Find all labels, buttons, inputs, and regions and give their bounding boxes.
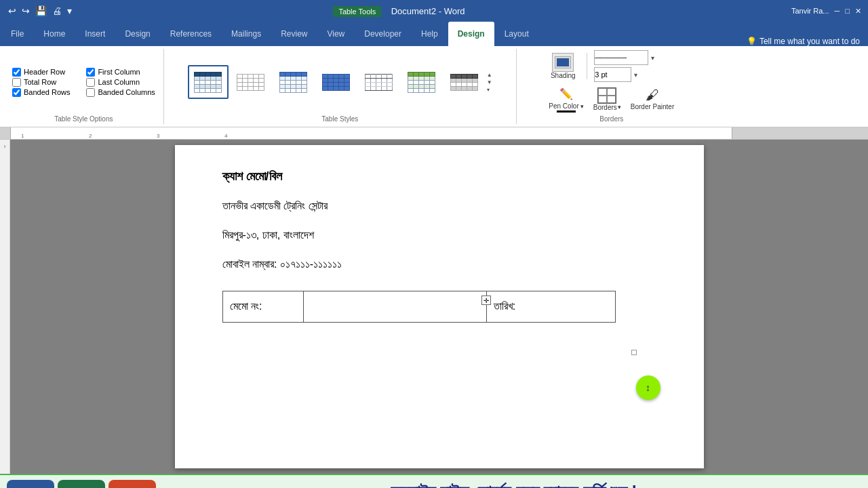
header-row-checkbox[interactable]: [12, 68, 21, 77]
borders-row-1: Shading ────── - - - - - ········· ▾: [546, 50, 654, 82]
style-preview-6: [408, 72, 435, 93]
tell-me-box[interactable]: 💡 Tell me what you want to do: [740, 37, 867, 46]
doc-mobile: মোবাইল নাম্বার: ০১৭১১১-১১১১১১: [222, 255, 656, 274]
borders-group: Shading ────── - - - - - ········· ▾: [517, 49, 707, 124]
sidebar-arrow: ›: [4, 143, 6, 150]
borders-button[interactable]: Borders ▾: [591, 86, 624, 113]
border-pt-row: 3 pt 1 pt 2 pt 4 pt ▾: [594, 67, 654, 82]
user-name: Tanvir Ra...: [791, 7, 829, 15]
table-style-options-group: Header Row First Column Total Row Last C…: [4, 49, 164, 124]
table-style-1[interactable]: [188, 65, 229, 99]
ruler-marker-4: 4: [224, 133, 227, 139]
tab-review[interactable]: Review: [271, 22, 317, 46]
tab-design-doc[interactable]: Design: [115, 22, 159, 46]
ppt-app-icon[interactable]: P: [108, 480, 156, 489]
ruler-right-margin: [732, 127, 868, 139]
shading-icon: [552, 53, 574, 72]
first-column-label[interactable]: First Column: [98, 68, 140, 76]
customize-qat-button[interactable]: ▾: [66, 4, 73, 18]
style-preview-2: [237, 74, 264, 91]
style-options-content: Header Row First Column Total Row Last C…: [9, 50, 158, 114]
tab-insert[interactable]: Insert: [75, 22, 115, 46]
minimize-button[interactable]: ─: [835, 7, 840, 15]
tab-file[interactable]: File: [1, 22, 33, 46]
header-row-label[interactable]: Header Row: [24, 68, 65, 76]
pen-color-bar: [557, 110, 576, 113]
table-cell-memo[interactable]: মেমো নং:: [222, 291, 304, 322]
doc-sidebar: ›: [0, 140, 10, 474]
borders-group-content: Shading ────── - - - - - ········· ▾: [546, 50, 677, 114]
last-column-checkbox[interactable]: [86, 78, 95, 87]
pen-color-dropdown[interactable]: ▾: [580, 103, 584, 110]
scroll-more-icon[interactable]: ▾: [487, 87, 492, 93]
date-label: তারিখ:: [494, 297, 608, 317]
table-styles-label: Table Styles: [321, 115, 358, 123]
tab-help[interactable]: Help: [412, 22, 448, 46]
first-column-checkbox[interactable]: [86, 68, 95, 77]
table-style-6[interactable]: [401, 65, 442, 99]
tab-home[interactable]: Home: [34, 22, 75, 46]
table-move-handle[interactable]: ✛: [481, 296, 491, 305]
banded-rows-checkbox[interactable]: [12, 88, 21, 97]
last-column-label[interactable]: Last Column: [98, 78, 140, 86]
table-style-4[interactable]: [316, 65, 357, 99]
restore-button[interactable]: □: [845, 7, 850, 15]
border-style-row: ────── - - - - - ········· ▾: [594, 50, 654, 65]
document-area: › ক্যাশ মেমো/বিল তানভীর একাডেমী ট্রেনিং …: [0, 140, 868, 474]
banded-columns-label[interactable]: Banded Columns: [98, 88, 155, 96]
border-pt-select[interactable]: 3 pt 1 pt 2 pt 4 pt: [594, 67, 631, 82]
table-style-2[interactable]: [231, 65, 271, 99]
banded-rows-option: Banded Rows: [12, 88, 81, 97]
table-resize-handle[interactable]: [631, 350, 637, 355]
tab-developer[interactable]: Developer: [355, 22, 411, 46]
banded-rows-label[interactable]: Banded Rows: [24, 88, 71, 96]
titlebar-right: Tanvir Ra... ─ □ ✕: [791, 7, 861, 16]
table-cell-date[interactable]: তারিখ:: [486, 291, 615, 322]
save-button[interactable]: 💾: [34, 4, 48, 18]
tab-design-table[interactable]: Design: [448, 22, 494, 46]
ruler-left-margin: [0, 127, 10, 139]
border-style-select[interactable]: ────── - - - - - ·········: [594, 50, 648, 65]
ruler-body: 1 2 3 4: [10, 127, 732, 139]
style-options-grid: Header Row First Column Total Row Last C…: [9, 66, 158, 98]
doc-address: মিরপুর-১৩, ঢাকা, বাংলাদেশ: [222, 226, 656, 245]
shading-label: Shading: [551, 72, 576, 79]
table-cell-empty[interactable]: [304, 291, 486, 322]
close-button[interactable]: ✕: [855, 7, 861, 16]
document-table[interactable]: মেমো নং: তারিখ:: [222, 291, 616, 323]
table-style-5[interactable]: [359, 65, 399, 99]
total-row-label[interactable]: Total Row: [24, 78, 56, 86]
quick-access-toolbar: ↩ ↪ 💾 🖨 ▾: [7, 4, 73, 18]
banded-columns-checkbox[interactable]: [86, 88, 95, 97]
border-controls: ────── - - - - - ········· ▾ 3 pt 1 pt 2…: [594, 50, 654, 82]
scroll-up-icon[interactable]: ▲: [487, 72, 492, 78]
pen-color-button[interactable]: ✏️ Pen Color ▾: [546, 84, 586, 114]
tab-mailings[interactable]: Mailings: [222, 22, 271, 46]
doc-content[interactable]: ক্যাশ মেমো/বিল তানভীর একাডেমী ট্রেনিং সে…: [10, 140, 868, 474]
doc-title: ক্যাশ মেমো/বিল: [222, 165, 656, 187]
tab-references[interactable]: References: [161, 22, 221, 46]
table-style-3[interactable]: [273, 65, 314, 99]
shading-button[interactable]: Shading: [546, 52, 580, 81]
border-painter-button[interactable]: 🖌 Border Painter: [628, 86, 677, 112]
pen-color-icon: ✏️: [557, 85, 576, 102]
redo-button[interactable]: ↪: [20, 4, 31, 18]
pen-color-label: Pen Color: [549, 102, 578, 110]
ruler-marker-3: 3: [157, 133, 159, 139]
tab-view[interactable]: View: [317, 22, 354, 46]
word-app-icon[interactable]: W: [7, 480, 54, 489]
style-preview-5: [365, 74, 393, 91]
undo-button[interactable]: ↩: [7, 4, 18, 18]
table-style-7[interactable]: [444, 65, 485, 99]
titlebar: ↩ ↪ 💾 🖨 ▾ Table Tools Document2 - Word T…: [0, 0, 868, 22]
print-button[interactable]: 🖨: [51, 4, 63, 18]
excel-app-icon[interactable]: X: [58, 480, 105, 489]
document-page[interactable]: ক্যাশ মেমো/বিল তানভীর একাডেমী ট্রেনিং সে…: [175, 145, 704, 468]
total-row-checkbox[interactable]: [12, 78, 21, 87]
tab-layout-table[interactable]: Layout: [495, 22, 538, 46]
scroll-down-icon[interactable]: ▼: [487, 79, 492, 85]
table-styles-scroll[interactable]: ▲ ▼ ▾: [487, 72, 492, 93]
table-tools-label: Table Tools: [333, 6, 381, 17]
border-painter-label: Border Painter: [631, 103, 674, 110]
borders-dropdown[interactable]: ▾: [618, 104, 621, 110]
